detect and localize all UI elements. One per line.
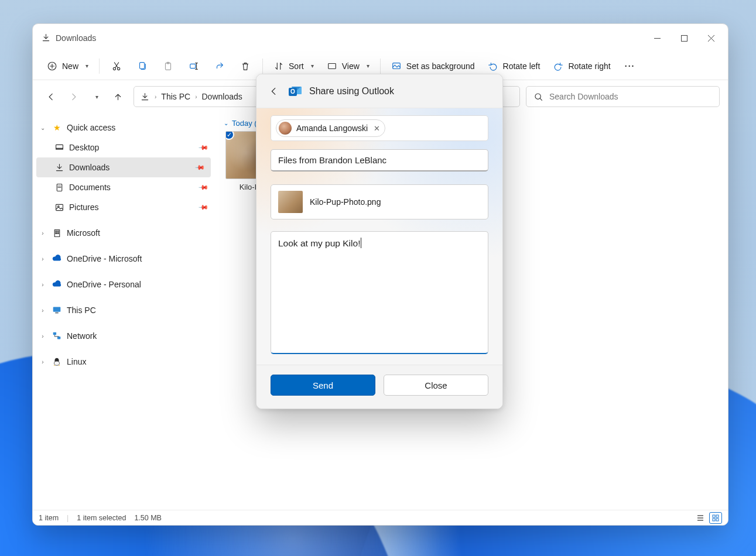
pin-icon: 📌	[197, 181, 208, 193]
sidebar-item-this-pc[interactable]: › This PC	[33, 300, 214, 320]
new-button[interactable]: New ▾	[41, 56, 94, 76]
chevron-right-icon: ›	[39, 230, 47, 236]
chevron-down-icon: ⌄	[224, 120, 228, 126]
maximize-button[interactable]	[671, 24, 697, 52]
status-selected: 1 item selected	[77, 514, 126, 522]
up-button[interactable]	[108, 87, 128, 107]
sidebar-item-network[interactable]: › Network	[33, 326, 214, 346]
outlook-icon: O	[289, 85, 302, 98]
pc-icon	[52, 305, 62, 315]
share-outlook-dialog: O Share using Outlook Amanda Langowski ✕…	[256, 74, 503, 409]
crumb-downloads[interactable]: Downloads	[201, 92, 242, 101]
svg-point-39	[54, 361, 60, 365]
pin-icon: 📌	[197, 142, 208, 153]
minimize-button[interactable]	[644, 24, 671, 52]
sidebar-item-onedrive-ms[interactable]: › OneDrive - Microsoft	[33, 249, 214, 269]
svg-rect-30	[55, 231, 56, 232]
sidebar-item-microsoft[interactable]: › Microsoft	[33, 223, 214, 243]
rotate-right-button[interactable]: Rotate right	[547, 56, 616, 76]
linux-icon	[52, 356, 62, 367]
svg-rect-31	[57, 231, 59, 232]
sidebar-label: Desktop	[69, 143, 99, 152]
message-value: Look at my pup Kilo!	[278, 238, 360, 248]
chevron-down-icon: ⌄	[39, 125, 47, 131]
svg-rect-11	[140, 62, 145, 68]
recent-button[interactable]: ▾	[85, 87, 105, 107]
documents-icon	[54, 182, 64, 193]
svg-rect-42	[713, 519, 715, 521]
sidebar: ⌄ ★ Quick access Desktop 📌 Downloads 📌 D…	[33, 113, 214, 510]
window-title: Downloads	[56, 33, 96, 43]
attachment-name: Kilo-Pup-Photo.png	[310, 197, 381, 207]
downloads-icon	[41, 33, 51, 44]
close-button[interactable]	[697, 24, 724, 52]
sidebar-label: Linux	[67, 357, 86, 366]
remove-recipient-icon[interactable]: ✕	[374, 124, 380, 133]
search-placeholder: Search Downloads	[549, 92, 618, 101]
desktop-icon	[54, 142, 64, 153]
chevron-right-icon: ›	[39, 359, 47, 365]
recipient-chip[interactable]: Amanda Langowski ✕	[276, 119, 385, 137]
sidebar-item-downloads[interactable]: Downloads 📌	[36, 157, 211, 177]
sidebar-label: Pictures	[69, 203, 99, 212]
copy-button[interactable]	[130, 56, 155, 76]
svg-rect-40	[713, 515, 715, 517]
sidebar-item-linux[interactable]: › Linux	[33, 352, 214, 372]
pictures-icon	[54, 202, 64, 212]
rename-button[interactable]	[182, 56, 206, 76]
sidebar-label: Network	[67, 331, 97, 341]
subject-field[interactable]: Files from Brandon LeBlanc	[271, 149, 488, 171]
rotate-left-button[interactable]: Rotate left	[482, 56, 546, 76]
dialog-title: Share using Outlook	[309, 86, 394, 97]
recipient-field[interactable]: Amanda Langowski ✕	[271, 115, 488, 141]
status-bar: 1 item | 1 item selected 1.50 MB	[33, 510, 728, 525]
details-view-button[interactable]	[694, 512, 707, 524]
sidebar-label: OneDrive - Personal	[67, 280, 141, 289]
search-icon	[533, 92, 543, 102]
svg-rect-35	[55, 313, 58, 314]
rotate-left-label: Rotate left	[503, 61, 541, 71]
dialog-back-button[interactable]	[266, 82, 282, 101]
pin-icon: 📌	[197, 201, 208, 212]
svg-rect-43	[716, 519, 719, 521]
view-button[interactable]: View ▾	[321, 56, 375, 76]
status-size: 1.50 MB	[134, 514, 162, 522]
svg-rect-23	[56, 148, 63, 149]
sidebar-item-documents[interactable]: Documents 📌	[33, 177, 214, 197]
downloads-icon	[54, 162, 64, 173]
message-field[interactable]: Look at my pup Kilo!	[271, 231, 488, 354]
sidebar-item-onedrive-personal[interactable]: › OneDrive - Personal	[33, 274, 214, 294]
recipient-name: Amanda Langowski	[296, 123, 368, 133]
back-button[interactable]	[41, 87, 61, 107]
svg-rect-27	[56, 204, 63, 210]
crumb-this-pc[interactable]: This PC	[161, 92, 190, 101]
cut-button[interactable]	[104, 56, 129, 76]
avatar	[279, 122, 292, 135]
sidebar-item-desktop[interactable]: Desktop 📌	[33, 138, 214, 157]
pin-icon: 📌	[194, 162, 205, 173]
sidebar-quick-access[interactable]: ⌄ ★ Quick access	[33, 118, 214, 138]
downloads-icon	[140, 92, 150, 102]
forward-button[interactable]	[63, 87, 83, 107]
rotate-right-label: Rotate right	[568, 61, 610, 71]
svg-rect-32	[55, 232, 56, 234]
sort-button[interactable]: Sort ▾	[268, 56, 320, 76]
chevron-right-icon: ›	[39, 333, 47, 339]
chevron-right-icon: ›	[39, 307, 47, 314]
paste-button[interactable]	[156, 56, 180, 76]
attachment-thumbnail	[278, 191, 303, 213]
share-button[interactable]	[207, 56, 232, 76]
icons-view-button[interactable]	[709, 512, 722, 524]
delete-button[interactable]	[233, 56, 258, 76]
set-background-button[interactable]: Set as background	[385, 56, 481, 76]
close-dialog-button[interactable]: Close	[384, 375, 488, 396]
building-icon	[52, 228, 62, 238]
star-icon: ★	[52, 122, 62, 133]
more-button[interactable]: ···	[618, 56, 642, 76]
search-input[interactable]: Search Downloads	[526, 86, 720, 107]
sidebar-item-pictures[interactable]: Pictures 📌	[33, 197, 214, 217]
svg-rect-18	[328, 63, 336, 68]
attachment[interactable]: Kilo-Pup-Photo.png	[271, 184, 488, 219]
chevron-down-icon: ▾	[85, 63, 88, 69]
send-button[interactable]: Send	[271, 375, 375, 396]
